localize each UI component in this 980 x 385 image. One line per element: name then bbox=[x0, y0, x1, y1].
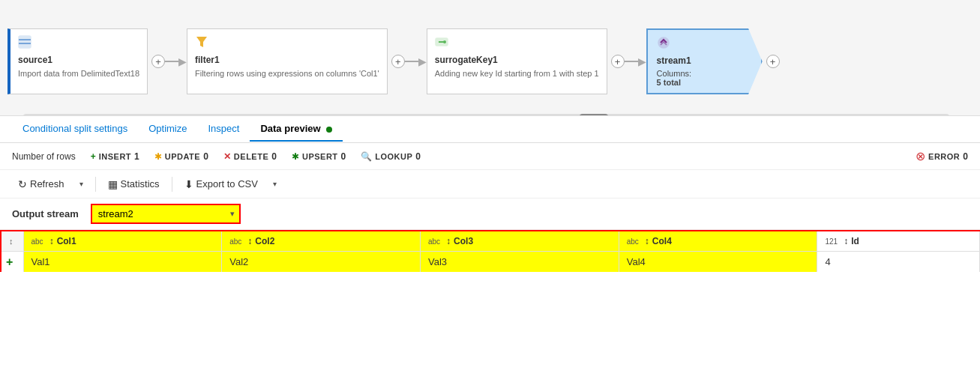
stat-update: ✱ UPDATE 0 bbox=[154, 151, 208, 162]
upsert-value: 0 bbox=[341, 151, 346, 162]
export-button[interactable]: ⬇ Export to CSV bbox=[178, 175, 264, 193]
arrow-3: ▶ bbox=[638, 55, 646, 67]
tabs-bar: Conditional split settings Optimize Insp… bbox=[0, 116, 980, 143]
update-icon: ✱ bbox=[154, 151, 162, 162]
pipeline-scrollbar[interactable] bbox=[7, 114, 965, 116]
line-1 bbox=[165, 61, 178, 62]
node-box-stream1[interactable]: stream1 Columns: 5 total bbox=[646, 28, 763, 94]
th-col3[interactable]: abc ↕ Col3 bbox=[420, 231, 619, 252]
key-icon bbox=[435, 35, 599, 52]
stat-error: ⊗ ERROR 0 bbox=[916, 149, 968, 163]
stat-upsert: ✱ UPSERT 0 bbox=[292, 151, 346, 162]
node-surrogate1-title: surrogateKey1 bbox=[435, 55, 599, 65]
line-2 bbox=[405, 61, 418, 62]
arrow-1: ▶ bbox=[178, 55, 187, 67]
col4-name: Col4 bbox=[652, 236, 672, 246]
pipeline-nodes: source1 Import data from DelimitedText18… bbox=[7, 15, 965, 108]
tab-optimize[interactable]: Optimize bbox=[138, 117, 197, 142]
stream-select[interactable]: stream2 stream1 stream3 bbox=[91, 204, 241, 224]
filter-icon bbox=[195, 35, 379, 52]
col2-type: abc bbox=[229, 237, 241, 246]
insert-plus-icon: + bbox=[91, 151, 96, 162]
arrow-2: ▶ bbox=[418, 55, 427, 67]
stream-icon bbox=[657, 36, 742, 53]
node-stream1-cols-label: Columns: bbox=[657, 69, 742, 78]
node-filter1-desc: Filtering rows using expressions on colu… bbox=[195, 68, 379, 79]
node-surrogate1[interactable]: surrogateKey1 Adding new key Id starting… bbox=[427, 28, 607, 94]
delete-icon: ✕ bbox=[223, 151, 231, 162]
col3-type: abc bbox=[428, 237, 440, 246]
statistics-button[interactable]: ▦ Statistics bbox=[102, 175, 166, 193]
rows-label: Number of rows bbox=[12, 151, 76, 162]
node-stream1-cols-total: 5 total bbox=[657, 78, 742, 87]
refresh-dropdown-icon: ▾ bbox=[79, 180, 83, 188]
upsert-icon: ✱ bbox=[292, 151, 299, 162]
th-col1[interactable]: abc ↕ Col1 bbox=[23, 231, 222, 252]
statistics-label: Statistics bbox=[121, 178, 160, 190]
upsert-label: UPSERT bbox=[302, 152, 338, 161]
svg-rect-0 bbox=[19, 36, 31, 48]
data-preview-dot bbox=[326, 127, 332, 133]
stat-lookup: 🔍 LOOKUP 0 bbox=[361, 151, 421, 162]
th-id[interactable]: 121 ↕ Id bbox=[817, 231, 980, 252]
export-dropdown-icon: ▾ bbox=[273, 180, 277, 188]
export-chevron[interactable]: ▾ bbox=[267, 177, 283, 191]
node-surrogate1-desc: Adding new key Id starting from 1 with s… bbox=[435, 68, 599, 79]
pipeline-canvas: source1 Import data from DelimitedText18… bbox=[0, 0, 980, 116]
refresh-chevron[interactable]: ▾ bbox=[73, 177, 89, 191]
refresh-button[interactable]: ↻ Refresh bbox=[12, 175, 70, 193]
col1-type: abc bbox=[31, 237, 43, 246]
table-header-row: ↕ abc ↕ Col1 abc ↕ Col2 bbox=[1, 231, 980, 252]
connector-1: + ▶ bbox=[148, 55, 187, 68]
node-box-surrogate1[interactable]: surrogateKey1 Adding new key Id starting… bbox=[427, 28, 607, 94]
error-label: ERROR bbox=[928, 152, 960, 161]
td-id: 4 bbox=[817, 252, 980, 273]
col3-sort-icon: ↕ bbox=[446, 236, 451, 246]
svg-point-6 bbox=[443, 40, 446, 43]
data-table-wrapper: ↕ abc ↕ Col1 abc ↕ Col2 bbox=[0, 230, 980, 385]
data-toolbar: ↻ Refresh ▾ ▦ Statistics ⬇ Export to CSV… bbox=[0, 170, 980, 198]
stream-select-wrapper: stream2 stream1 stream3 ▾ bbox=[91, 204, 241, 224]
td-val2: Val2 bbox=[222, 252, 421, 273]
node-box-source1[interactable]: source1 Import data from DelimitedText18 bbox=[7, 28, 148, 94]
insert-label: INSERT bbox=[99, 152, 131, 161]
sort-all-icon: ↕ bbox=[9, 237, 13, 246]
error-icon: ⊗ bbox=[916, 149, 925, 163]
node-box-filter1[interactable]: filter1 Filtering rows using expressions… bbox=[187, 28, 388, 94]
th-col2[interactable]: abc ↕ Col2 bbox=[222, 231, 421, 252]
connector-2: + ▶ bbox=[388, 55, 427, 68]
node-source1[interactable]: source1 Import data from DelimitedText18 bbox=[7, 28, 148, 94]
output-stream-row: Output stream stream2 stream1 stream3 ▾ bbox=[0, 198, 980, 230]
tab-conditional-split[interactable]: Conditional split settings bbox=[12, 117, 138, 142]
delete-label: DELETE bbox=[234, 152, 268, 161]
svg-marker-3 bbox=[196, 37, 207, 47]
col2-sort-icon: ↕ bbox=[247, 236, 252, 246]
stat-insert: + INSERT 1 bbox=[91, 151, 139, 162]
refresh-label: Refresh bbox=[30, 178, 64, 190]
source-icon bbox=[18, 35, 139, 52]
table-row: + Val1 Val2 Val3 Val4 4 bbox=[1, 252, 980, 273]
tab-data-preview[interactable]: Data preview bbox=[250, 117, 343, 142]
update-label: UPDATE bbox=[165, 152, 200, 161]
add-after-source1[interactable]: + bbox=[151, 55, 165, 68]
node-filter1[interactable]: filter1 Filtering rows using expressions… bbox=[187, 28, 388, 94]
add-after-filter1[interactable]: + bbox=[391, 55, 405, 68]
add-after-surrogate1[interactable]: + bbox=[611, 55, 625, 68]
stat-delete: ✕ DELETE 0 bbox=[223, 151, 277, 162]
bottom-section: Number of rows + INSERT 1 ✱ UPDATE 0 ✕ D… bbox=[0, 143, 980, 385]
toolbar-divider-2 bbox=[172, 177, 172, 192]
tab-inspect[interactable]: Inspect bbox=[198, 117, 250, 142]
stat-rows: Number of rows bbox=[12, 151, 76, 162]
row-add-icon[interactable]: + bbox=[1, 252, 23, 273]
insert-value: 1 bbox=[134, 151, 139, 162]
id-name: Id bbox=[851, 236, 859, 246]
add-after-stream1[interactable]: + bbox=[766, 55, 780, 68]
lookup-value: 0 bbox=[415, 151, 421, 162]
node-stream1[interactable]: stream1 Columns: 5 total + bbox=[646, 28, 780, 94]
stats-bar: Number of rows + INSERT 1 ✱ UPDATE 0 ✕ D… bbox=[0, 143, 980, 170]
line-3 bbox=[625, 61, 638, 62]
update-value: 0 bbox=[203, 151, 208, 162]
connector-3: + ▶ bbox=[607, 55, 646, 68]
th-col4[interactable]: abc ↕ Col4 bbox=[619, 231, 817, 252]
col3-name: Col3 bbox=[454, 236, 473, 246]
